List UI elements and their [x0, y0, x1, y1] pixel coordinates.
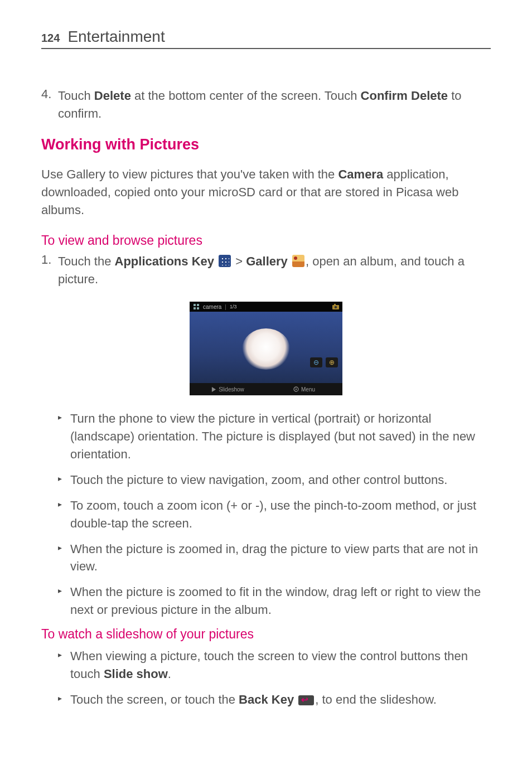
list-item: ▸ When the picture is zoomed in, drag th…: [58, 540, 491, 576]
bullet-text: When the picture is zoomed in, drag the …: [70, 540, 491, 576]
list-item: ▸ Touch the picture to view navigation, …: [58, 471, 491, 489]
list-item: ▸ When viewing a picture, touch the scre…: [58, 647, 491, 683]
list-item: ▸ Turn the phone to view the picture in …: [58, 410, 491, 463]
svg-rect-3: [197, 307, 199, 309]
bullet-list-b: ▸ When viewing a picture, touch the scre…: [58, 647, 491, 709]
camera-icon[interactable]: [332, 303, 339, 310]
page-header: 124 Entertainment: [41, 28, 491, 49]
bullet-marker: ▸: [58, 691, 70, 709]
slideshow-button[interactable]: Slideshow: [190, 383, 266, 395]
applications-key-icon: [219, 255, 231, 267]
bullet-list-a: ▸ Turn the phone to view the picture in …: [58, 410, 491, 619]
album-title: camera: [203, 304, 221, 310]
text-run: at the bottom center of the screen. Touc…: [131, 89, 361, 103]
svg-rect-6: [334, 304, 336, 305]
text-run: >: [232, 254, 246, 268]
page-number: 124: [41, 32, 60, 45]
bullet-text: Turn the phone to view the picture in ve…: [70, 410, 491, 463]
screenshot-topbar: camera | 1/3: [190, 302, 342, 312]
bullet-marker: ▸: [58, 497, 70, 532]
step-4: 4. Touch Delete at the bottom center of …: [41, 87, 491, 123]
svg-point-9: [296, 389, 297, 390]
text-run: Touch the screen, or touch the: [70, 693, 239, 706]
back-key-icon: [298, 695, 314, 705]
photo-subject: [242, 328, 290, 370]
gallery-icon: [292, 255, 304, 267]
grid-icon[interactable]: [193, 303, 200, 310]
delete-label: Delete: [94, 89, 131, 103]
bullet-text: When viewing a picture, touch the screen…: [70, 647, 491, 683]
text-run: Touch: [58, 89, 94, 103]
menu-label: Menu: [301, 386, 315, 393]
bullet-text: Touch the screen, or touch the Back Key …: [70, 691, 491, 709]
separator: |: [225, 304, 226, 310]
list-item: ▸ When the picture is zoomed to fit in t…: [58, 583, 491, 619]
menu-icon: [293, 386, 299, 392]
text-run: .: [168, 667, 171, 681]
back-key-label: Back Key: [239, 693, 294, 706]
page: 124 Entertainment 4. Touch Delete at the…: [0, 0, 532, 765]
subheading-view-browse: To view and browse pictures: [41, 233, 491, 248]
confirm-delete-label: Confirm Delete: [361, 89, 448, 103]
bullet-text: Touch the picture to view navigation, zo…: [70, 471, 491, 489]
applications-key-label: Applications Key: [115, 254, 214, 268]
svg-point-5: [335, 306, 337, 309]
list-item: ▸ Touch the screen, or touch the Back Ke…: [58, 691, 491, 709]
camera-app-label: Camera: [338, 167, 383, 181]
list-item: ▸ To zoom, touch a zoom icon (+ or -), u…: [58, 497, 491, 532]
intro-paragraph: Use Gallery to view pictures that you've…: [41, 166, 491, 219]
bullet-marker: ▸: [58, 647, 70, 683]
bullet-marker: ▸: [58, 410, 70, 463]
text-run: Use Gallery to view pictures that you've…: [41, 167, 338, 181]
step-1-text: Touch the Applications Key > Gallery , o…: [58, 253, 491, 288]
svg-rect-1: [197, 304, 199, 306]
list-marker: 4.: [41, 87, 58, 123]
text-run: Touch the: [58, 254, 115, 268]
menu-button[interactable]: Menu: [266, 383, 342, 395]
zoom-in-button[interactable]: ⊕: [326, 357, 338, 367]
bullet-text: When the picture is zoomed to fit in the…: [70, 583, 491, 619]
screenshot-container: camera | 1/3 ⊖ ⊕ Slideshow: [41, 302, 491, 395]
list-marker: 1.: [41, 253, 58, 288]
slideshow-label: Slideshow: [219, 386, 244, 393]
text-run: , to end the slideshow.: [315, 693, 437, 706]
section-heading: Working with Pictures: [41, 136, 491, 153]
bullet-text: To zoom, touch a zoom icon (+ or -), use…: [70, 497, 491, 532]
photo-viewport[interactable]: ⊖ ⊕: [190, 312, 342, 383]
step-4-text: Touch Delete at the bottom center of the…: [58, 87, 491, 123]
zoom-controls: ⊖ ⊕: [310, 357, 338, 367]
svg-rect-0: [194, 304, 196, 306]
page-title: Entertainment: [67, 28, 165, 46]
play-icon: [211, 387, 216, 392]
svg-rect-2: [194, 307, 196, 309]
gallery-label: Gallery: [246, 254, 288, 268]
bullet-marker: ▸: [58, 583, 70, 619]
step-1: 1. Touch the Applications Key > Gallery …: [41, 253, 491, 288]
gallery-screenshot: camera | 1/3 ⊖ ⊕ Slideshow: [190, 302, 342, 395]
subheading-slideshow: To watch a slideshow of your pictures: [41, 627, 491, 642]
bullet-marker: ▸: [58, 471, 70, 489]
svg-marker-7: [212, 387, 216, 392]
slide-show-label: Slide show: [104, 667, 168, 681]
bullet-marker: ▸: [58, 540, 70, 576]
photo-counter: 1/3: [230, 304, 237, 309]
zoom-out-button[interactable]: ⊖: [310, 357, 322, 367]
screenshot-bottombar: Slideshow Menu: [190, 383, 342, 395]
